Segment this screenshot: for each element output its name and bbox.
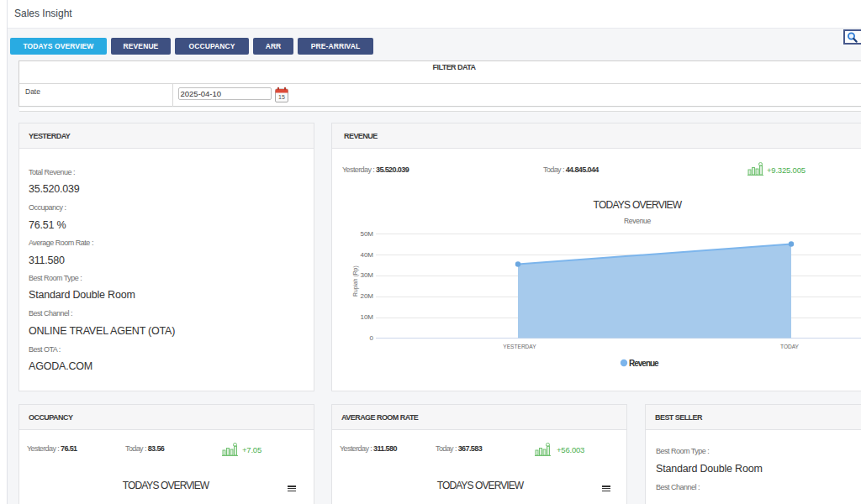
svg-text:15: 15 [278,94,285,100]
